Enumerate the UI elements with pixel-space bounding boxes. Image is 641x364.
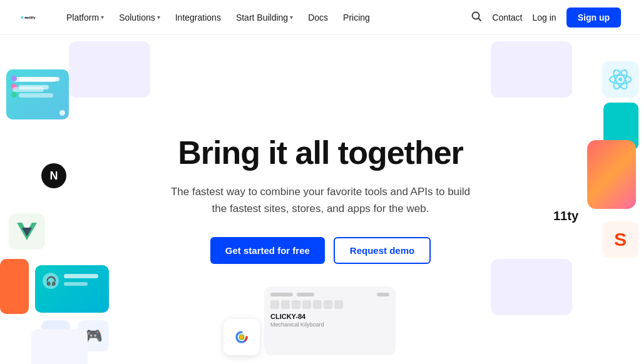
svg-text:—: — bbox=[24, 16, 28, 19]
nav-docs[interactable]: Docs bbox=[302, 9, 334, 26]
float-eleventy: 11ty bbox=[553, 209, 578, 223]
signup-button[interactable]: Sign up bbox=[567, 8, 621, 28]
contact-link[interactable]: Contact bbox=[492, 13, 522, 23]
chevron-down-icon: ▾ bbox=[101, 14, 104, 21]
request-demo-button[interactable]: Request demo bbox=[334, 237, 431, 264]
float-chat-card bbox=[6, 69, 69, 119]
float-orange-rect bbox=[0, 259, 29, 314]
nav-platform[interactable]: Platform ▾ bbox=[60, 9, 110, 26]
float-teal-card: 🎧 bbox=[35, 265, 109, 313]
float-react-logo bbox=[602, 61, 638, 98]
search-icon[interactable] bbox=[471, 11, 482, 24]
nav-pricing[interactable]: Pricing bbox=[337, 9, 376, 26]
float-purple-right bbox=[491, 41, 572, 98]
float-vue-logo bbox=[9, 213, 45, 250]
float-purple-right2 bbox=[491, 259, 572, 315]
navbar: netlify — Platform ▾ Solutions ▾ Integra… bbox=[0, 0, 641, 35]
float-purple-left bbox=[69, 41, 150, 98]
hero-content: Bring it all together The fastest way to… bbox=[170, 135, 471, 265]
logo[interactable]: netlify — bbox=[20, 8, 40, 28]
svg-point-14 bbox=[618, 78, 622, 81]
hero-section: N 🎧 🎮 11ty S bbox=[0, 35, 641, 364]
nav-links: Platform ▾ Solutions ▾ Integrations Star… bbox=[60, 9, 471, 26]
nav-solutions[interactable]: Solutions ▾ bbox=[113, 9, 167, 26]
float-n-badge: N bbox=[41, 163, 66, 188]
nav-start-building[interactable]: Start Building ▾ bbox=[230, 9, 299, 26]
chevron-down-icon: ▾ bbox=[157, 14, 160, 21]
float-gradient-card bbox=[587, 140, 636, 209]
login-link[interactable]: Log in bbox=[533, 13, 556, 23]
nav-integrations[interactable]: Integrations bbox=[169, 9, 227, 26]
hero-subtitle: The fastest way to combine your favorite… bbox=[170, 183, 471, 217]
float-clicky-card: CLICKY-84 Mechanical Kilyboard bbox=[264, 286, 396, 355]
float-bottom-left bbox=[31, 329, 88, 364]
float-circle-c bbox=[223, 319, 260, 355]
svg-line-8 bbox=[478, 18, 481, 21]
float-svelte-logo: S bbox=[602, 221, 638, 258]
hero-buttons: Get started for free Request demo bbox=[170, 237, 471, 264]
get-started-button[interactable]: Get started for free bbox=[210, 237, 325, 264]
chevron-down-icon: ▾ bbox=[290, 14, 293, 21]
nav-right: Contact Log in Sign up bbox=[471, 8, 621, 28]
hero-title: Bring it all together bbox=[170, 135, 471, 171]
